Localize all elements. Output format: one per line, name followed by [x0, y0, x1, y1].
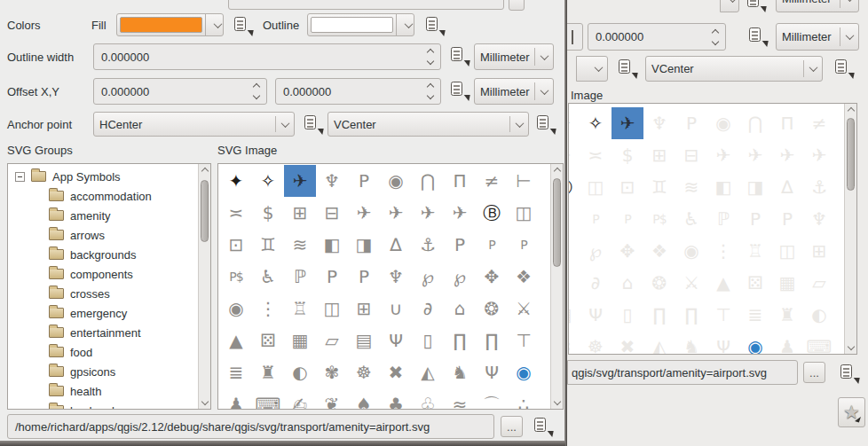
icon-level-crossing[interactable]: ≠ — [803, 107, 835, 139]
icon-steam-locomotive[interactable]: ♜ — [771, 299, 803, 331]
back-svg-image-grid[interactable]: ✦✧✈♆P◉⋂Π≠⊢≍$⊞⊟✈✈✈✈Ⓑ◫⊡♊≋◧◨∆⚓PPPP$♿ℙPP♆℘℘✥… — [568, 103, 857, 355]
icon-toll-barrier[interactable]: $ — [252, 197, 284, 229]
save-symbol-star-button[interactable]: ★ — [838, 397, 865, 427]
back-data-defined-button-path[interactable] — [838, 364, 860, 384]
scroll-down-icon[interactable] — [554, 398, 561, 405]
icon-train[interactable]: ♖ — [284, 293, 316, 325]
icon-compass[interactable]: ✥ — [476, 261, 508, 293]
icon-plant[interactable]: ❦ — [316, 388, 348, 409]
icon-jug[interactable]: ∂ — [412, 293, 444, 325]
back-offset-spinbox[interactable]: 0.000000 — [588, 23, 726, 51]
icon-anchor[interactable]: ⚓ — [803, 171, 835, 203]
data-defined-button-offset[interactable] — [448, 81, 470, 101]
icon-fuel[interactable]: ◧ — [316, 229, 348, 261]
icon-compass-2[interactable]: ❖ — [643, 235, 675, 267]
scrollbar-thumb[interactable] — [201, 180, 209, 242]
icon-barrier[interactable]: ⊢ — [508, 165, 540, 197]
tree-item-health[interactable]: health — [8, 381, 198, 401]
icon-ferris-wheel[interactable]: ☸ — [580, 331, 612, 354]
icon-bus[interactable]: ⊞ — [643, 139, 675, 171]
icon-summit-flag[interactable]: ▲ — [220, 325, 252, 356]
icon-taxi-rank[interactable]: ◉ — [380, 165, 412, 197]
icon-bus[interactable]: ⊞ — [284, 197, 316, 229]
icon-fence[interactable]: ▦ — [284, 325, 316, 356]
icon-amphora[interactable]: ∪ — [569, 267, 580, 299]
icon-ferris-wheel[interactable]: ☸ — [348, 356, 380, 388]
icon-amphora[interactable]: ∪ — [380, 293, 412, 325]
tree-item-root[interactable]: App Symbols — [8, 167, 198, 186]
icon-trolleybus[interactable]: ⊟ — [316, 197, 348, 229]
icon-parking-bicycle[interactable]: P — [476, 229, 508, 261]
icon-key-car[interactable]: ℘ — [444, 261, 476, 293]
svg-path-input[interactable]: /home/richard/apps/qgis/2.12/debug/share… — [7, 414, 494, 439]
icon-parking-bicycle[interactable]: P — [580, 203, 612, 235]
data-defined-button-outline-width[interactable] — [448, 46, 470, 67]
tree-scrollbar[interactable] — [198, 164, 210, 409]
icon-fence[interactable]: ▦ — [771, 267, 803, 299]
icon-crossed-swords[interactable]: ⚔ — [508, 293, 540, 325]
icon-harbour[interactable]: ♆ — [380, 261, 412, 293]
icon-car-wash[interactable]: ≋ — [675, 171, 707, 203]
icon-taxi-rank[interactable]: ◉ — [707, 107, 739, 139]
icon-tram[interactable]: ⊞ — [348, 293, 380, 325]
icon-parking-2[interactable]: P — [444, 229, 476, 261]
data-defined-button-fill[interactable] — [232, 16, 254, 36]
offset-y-spinbox[interactable]: 0.000000 — [275, 78, 441, 105]
icon-gate[interactable]: Π — [771, 107, 803, 139]
icon-airplane-3[interactable]: ✈ — [771, 139, 803, 171]
scroll-down-icon[interactable] — [848, 343, 855, 350]
back-browse-button[interactable]: ... — [803, 362, 825, 383]
icon-parking-bold[interactable]: P — [739, 203, 771, 235]
icon-airplane-4[interactable]: ✈ — [803, 139, 835, 171]
icon-taxi[interactable]: ◉ — [675, 235, 707, 267]
icon-train[interactable]: ♖ — [739, 235, 771, 267]
icon-car-pool[interactable]: ♊ — [643, 171, 675, 203]
icon-film-strip[interactable]: ▱ — [316, 325, 348, 356]
icon-grass[interactable]: ≈ — [444, 388, 476, 409]
icon-trolleybus[interactable]: ⊟ — [675, 139, 707, 171]
icon-key-car[interactable]: ℘ — [580, 235, 612, 267]
grid-scrollbar[interactable] — [550, 164, 563, 409]
icon-traffic-light[interactable]: ⋮ — [252, 293, 284, 325]
icon-key-bicycle[interactable]: ℘ — [412, 261, 444, 293]
icon-parking-fee-taxi[interactable]: P$ — [220, 261, 252, 293]
icon-map-pin[interactable]: ◉ — [508, 356, 540, 388]
icon-film-strip-2[interactable]: ▤ — [348, 325, 380, 356]
scrollbar-thumb[interactable] — [847, 118, 855, 191]
icon-parking-disabled[interactable]: ♿ — [252, 261, 284, 293]
icon-fuel-lpg[interactable]: ◨ — [739, 171, 771, 203]
icon-lighthouse[interactable]: ∆ — [771, 171, 803, 203]
icon-compass[interactable]: ✥ — [612, 235, 643, 267]
fill-color-dropdown-button[interactable] — [205, 13, 224, 36]
icon-airplane[interactable]: ✈ — [612, 107, 643, 139]
offset-unit-combo[interactable]: Millimeter — [474, 78, 554, 105]
icon-person[interactable]: ♟ — [771, 331, 803, 354]
scrollbar-thumb[interactable] — [553, 178, 561, 267]
svg-groups-tree[interactable]: App Symbolsaccommodationamenityarrowsbac… — [8, 164, 198, 409]
icon-bush[interactable]: ♧ — [412, 388, 444, 409]
icon-theatre-masks[interactable]: ◐ — [803, 299, 835, 331]
icon-car-pool[interactable]: ♊ — [252, 229, 284, 261]
icon-shipwreck[interactable]: ◭ — [412, 356, 444, 388]
icon-airplane[interactable]: ✈ — [284, 165, 316, 197]
icon-flower[interactable]: ✾ — [569, 331, 580, 354]
tree-item-backgrounds[interactable]: backgrounds — [8, 245, 198, 264]
icon-flower[interactable]: ✾ — [316, 356, 348, 388]
icon-museum-bell[interactable]: ⌂ — [612, 267, 643, 299]
icon-art-palette[interactable]: ❂ — [476, 293, 508, 325]
icon-museum[interactable]: ∏ — [643, 299, 675, 331]
icon-anchor[interactable]: ⚓ — [412, 229, 444, 261]
icon-parking[interactable]: P — [675, 107, 707, 139]
icon-steam-locomotive[interactable]: ♜ — [252, 356, 284, 388]
data-defined-button-path[interactable] — [532, 417, 554, 437]
icon-hills[interactable]: ⌒ — [476, 388, 508, 409]
offset-x-spinbox[interactable]: 0.000000 — [93, 78, 267, 105]
icon-picnic-table[interactable]: ⊤ — [508, 325, 540, 356]
icon-art-palette[interactable]: ❂ — [643, 267, 675, 299]
collapse-icon[interactable] — [15, 172, 25, 182]
icon-tram-front[interactable]: ◫ — [316, 293, 348, 325]
back-anchor-v-combo[interactable]: VCenter — [645, 56, 823, 82]
tree-item-emergency[interactable]: emergency — [8, 303, 198, 323]
icon-level-crossing[interactable]: ≠ — [476, 165, 508, 197]
icon-scattered-rocks[interactable]: ∴ — [508, 388, 540, 409]
